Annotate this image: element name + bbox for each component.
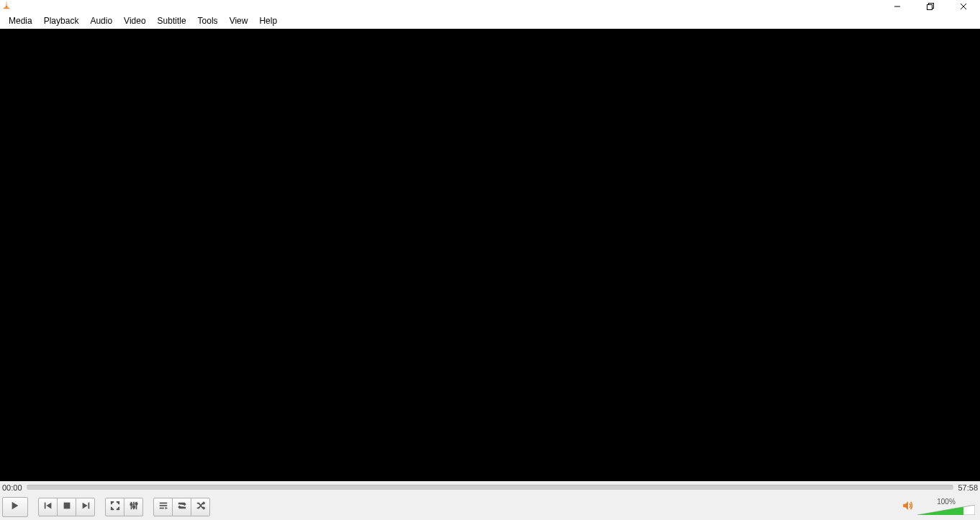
menu-tools[interactable]: Tools [192,14,224,27]
menu-view[interactable]: View [224,14,254,27]
controls-row: 100% [0,493,980,520]
svg-point-15 [132,506,135,508]
minimize-button[interactable] [881,0,914,13]
extended-settings-button[interactable] [124,498,143,516]
video-area[interactable] [0,29,980,481]
loop-button[interactable] [172,498,191,516]
maximize-button[interactable] [914,0,947,13]
svg-rect-10 [88,502,89,508]
svg-point-16 [135,503,137,505]
time-elapsed[interactable]: 00:00 [2,483,22,492]
stop-button[interactable] [57,498,76,516]
view-group [105,498,143,516]
seek-row: 00:00 57:58 [0,481,980,493]
play-button[interactable] [2,497,28,517]
next-button[interactable] [76,498,95,516]
fullscreen-button[interactable] [105,498,124,516]
stop-icon [62,501,72,514]
svg-rect-9 [63,502,70,508]
title-bar [0,0,980,13]
fullscreen-icon [110,501,120,514]
volume-control: 100% [902,499,978,515]
skip-previous-icon [43,501,53,514]
svg-rect-4 [927,5,933,10]
loop-icon [177,501,187,514]
svg-rect-0 [6,3,8,4]
svg-rect-1 [5,4,7,5]
time-total[interactable]: 57:58 [958,483,978,492]
skip-next-icon [81,501,91,514]
menu-media[interactable]: Media [3,14,38,27]
playlist-group [153,498,210,516]
shuffle-button[interactable] [191,498,210,516]
menu-playback[interactable]: Playback [38,14,85,27]
volume-slider[interactable]: 100% [917,499,975,515]
close-button[interactable] [947,0,980,13]
play-icon [10,501,20,514]
skip-stop-group [38,498,95,516]
menu-audio[interactable]: Audio [84,14,118,27]
menu-bar: Media Playback Audio Video Subtitle Tool… [0,13,980,29]
svg-point-14 [130,503,132,505]
menu-video[interactable]: Video [118,14,151,27]
playlist-button[interactable] [153,498,173,516]
equalizer-icon [129,501,139,514]
vlc-cone-icon [1,0,12,13]
playlist-icon [158,501,168,514]
seek-slider[interactable] [27,485,954,490]
speaker-icon[interactable] [902,499,915,515]
window-controls [881,0,980,13]
menu-subtitle[interactable]: Subtitle [152,14,192,27]
title-bar-left [0,0,12,13]
previous-button[interactable] [38,498,58,516]
shuffle-icon [196,501,206,514]
menu-help[interactable]: Help [253,14,283,27]
svg-rect-8 [44,502,45,508]
